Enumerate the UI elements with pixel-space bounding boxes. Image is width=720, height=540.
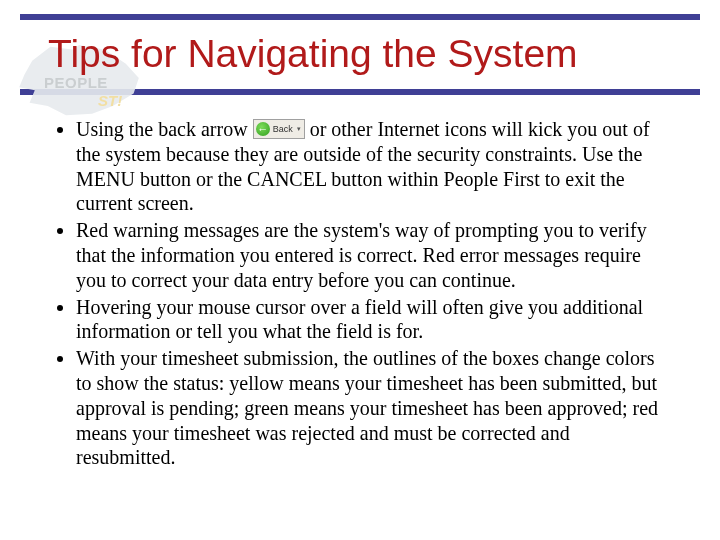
back-button-label: Back — [273, 124, 293, 135]
bullet-list: Using the back arrow ← Back ▾ or other I… — [48, 117, 672, 470]
list-item-text-pre: Using the back arrow — [76, 118, 253, 140]
chevron-down-icon: ▾ — [297, 125, 301, 134]
divider-top — [20, 14, 700, 20]
divider-bottom — [20, 89, 700, 95]
list-item-text: Red warning messages are the system's wa… — [76, 219, 647, 291]
list-item-text: Hovering your mouse cursor over a field … — [76, 296, 643, 343]
list-item: Using the back arrow ← Back ▾ or other I… — [76, 117, 672, 216]
list-item-text: With your timesheet submission, the outl… — [76, 347, 658, 468]
browser-back-button: ← Back ▾ — [253, 119, 305, 139]
slide: PEOPLE ST! Tips for Navigating the Syste… — [0, 14, 720, 540]
page-title: Tips for Navigating the System — [48, 34, 700, 75]
list-item: Red warning messages are the system's wa… — [76, 218, 672, 292]
back-arrow-icon: ← — [256, 122, 270, 136]
list-item: With your timesheet submission, the outl… — [76, 346, 672, 470]
list-item: Hovering your mouse cursor over a field … — [76, 295, 672, 345]
